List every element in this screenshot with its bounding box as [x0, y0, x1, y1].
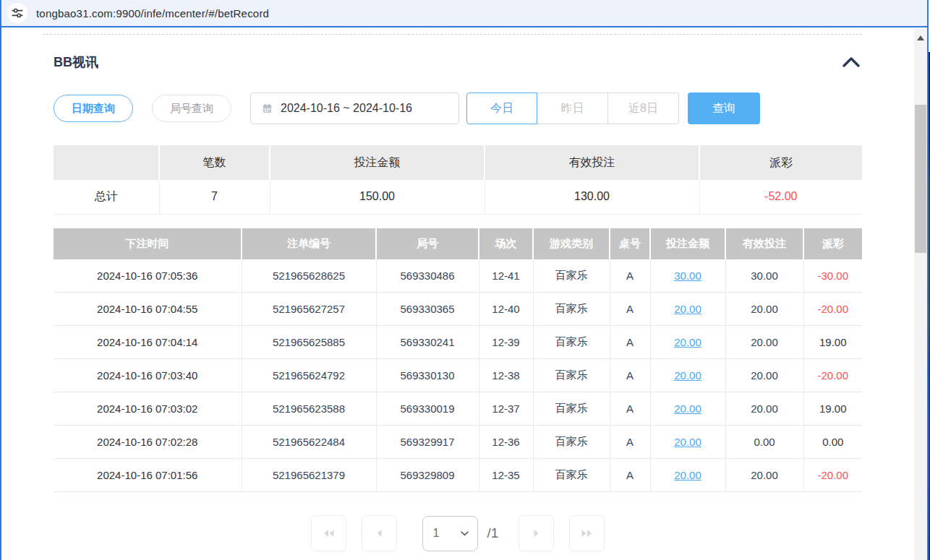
next-page-button[interactable] [519, 515, 554, 551]
cell-valid-bet: 0.00 [725, 426, 803, 459]
records-table: 下注时间 注单编号 局号 场次 游戏类别 桌号 投注金额 有效投注 派彩 202… [54, 228, 862, 493]
cell-payout: 19.00 [803, 392, 862, 426]
cell-bet-time: 2024-10-16 07:03:02 [54, 392, 242, 426]
pagination: 1 /1 [54, 515, 862, 551]
cell-table-no: A [610, 359, 650, 392]
last-page-button[interactable] [569, 515, 605, 551]
first-page-button[interactable] [311, 515, 346, 551]
cell-bet-time: 2024-10-16 07:01:56 [54, 459, 242, 492]
summary-total-label: 总计 [54, 180, 159, 214]
cell-round-no: 569329917 [376, 426, 479, 459]
summary-header-payout: 派彩 [699, 145, 862, 180]
page-title: BB视讯 [54, 53, 98, 71]
chevron-up-icon [842, 56, 861, 68]
cell-table-no: A [610, 392, 650, 426]
cell-valid-bet: 30.00 [725, 259, 803, 293]
summary-count-value: 7 [159, 180, 270, 214]
header-bet-time: 下注时间 [54, 228, 242, 259]
cell-payout: -20.00 [803, 293, 862, 326]
cell-game-type: 百家乐 [533, 426, 610, 459]
search-button[interactable]: 查询 [688, 92, 760, 124]
summary-header-count: 笔数 [159, 145, 270, 180]
cell-session: 12-36 [479, 426, 533, 459]
bet-amount-link[interactable]: 20.00 [674, 303, 701, 315]
dashed-divider [43, 34, 862, 35]
page-select[interactable]: 1 [422, 516, 478, 551]
tune-icon [11, 7, 24, 20]
cell-game-type: 百家乐 [533, 259, 610, 293]
header-valid-bet: 有效投注 [725, 228, 803, 259]
quick-range-yesterday[interactable]: 昨日 [537, 92, 608, 124]
quick-range-group: 今日 昨日 近8日 [466, 92, 679, 124]
collapse-button[interactable] [840, 55, 862, 69]
cell-session: 12-37 [479, 392, 533, 426]
cell-game-type: 百家乐 [533, 326, 610, 359]
header-session: 场次 [479, 228, 533, 259]
cell-bet-no: 521965622484 [242, 426, 376, 459]
cell-session: 12-35 [479, 459, 533, 492]
browser-address-bar[interactable]: tongbao31.com:9900/infe/mcenter/#/betRec… [1, 0, 927, 27]
cell-game-type: 百家乐 [533, 293, 610, 326]
date-range-input[interactable]: 2024-10-16 ~ 2024-10-16 [250, 92, 459, 124]
quick-range-today[interactable]: 今日 [466, 92, 537, 124]
page: tongbao31.com:9900/infe/mcenter/#/betRec… [0, 0, 930, 560]
bet-record-panel: BB视讯 日期查询 局号查询 2024-10-16 ~ 20 [1, 29, 914, 560]
cell-bet-no: 521965623588 [242, 392, 376, 426]
bet-amount-link[interactable]: 20.00 [674, 402, 701, 415]
summary-header-bet-amount: 投注金额 [270, 145, 485, 180]
cell-round-no: 569329809 [376, 459, 479, 492]
records-header-row: 下注时间 注单编号 局号 场次 游戏类别 桌号 投注金额 有效投注 派彩 [54, 228, 862, 259]
cell-session: 12-38 [479, 359, 533, 392]
scrollbar-up-arrow-icon[interactable] [917, 35, 924, 40]
cell-session: 12-41 [479, 259, 533, 293]
cell-bet-no: 521965621379 [242, 459, 376, 492]
bet-amount-link[interactable]: 30.00 [674, 270, 701, 282]
bet-amount-link[interactable]: 20.00 [674, 336, 701, 348]
header-bet-amount: 投注金额 [650, 228, 725, 259]
cell-table-no: A [610, 326, 650, 359]
cell-payout: -20.00 [803, 359, 862, 392]
cell-payout: 19.00 [803, 326, 862, 359]
summary-payout-value: -52.00 [699, 180, 862, 214]
filter-bar: 日期查询 局号查询 2024-10-16 ~ 2024-10-16 今日 昨日 … [54, 92, 914, 124]
cell-valid-bet: 20.00 [725, 326, 803, 359]
cell-bet-time: 2024-10-16 07:05:36 [54, 259, 242, 293]
cell-bet-time: 2024-10-16 07:04:14 [54, 326, 242, 359]
quick-range-last8days[interactable]: 近8日 [608, 92, 679, 124]
scrollbar[interactable] [914, 29, 927, 560]
cell-bet-no: 521965628625 [242, 259, 376, 293]
page-select-value: 1 [433, 527, 440, 540]
header-round-no: 局号 [376, 228, 479, 259]
calendar-icon [261, 103, 273, 115]
prev-page-button[interactable] [362, 515, 397, 551]
cell-bet-time: 2024-10-16 07:03:40 [54, 359, 242, 392]
bet-amount-link[interactable]: 20.00 [674, 469, 701, 481]
cell-round-no: 569330241 [376, 326, 479, 359]
last-page-icon [581, 528, 593, 538]
scrollbar-thumb[interactable] [915, 105, 926, 253]
summary-total-row: 总计 7 150.00 130.00 -52.00 [54, 180, 862, 214]
cell-payout: -30.00 [803, 259, 862, 293]
cell-bet-no: 521965624792 [242, 359, 376, 392]
next-page-icon [533, 528, 540, 538]
cell-round-no: 569330130 [376, 359, 479, 392]
cell-valid-bet: 20.00 [725, 293, 803, 326]
cell-valid-bet: 20.00 [725, 459, 803, 492]
url-text[interactable]: tongbao31.com:9900/infe/mcenter/#/betRec… [36, 7, 269, 20]
cell-session: 12-40 [479, 293, 533, 326]
cell-game-type: 百家乐 [533, 359, 610, 392]
cell-table-no: A [610, 426, 650, 459]
bet-amount-link[interactable]: 20.00 [674, 436, 701, 448]
tab-round-query[interactable]: 局号查询 [152, 95, 231, 122]
cell-game-type: 百家乐 [533, 392, 610, 426]
prev-page-icon [375, 528, 383, 538]
table-row: 2024-10-16 07:02:28 521965622484 5693299… [54, 426, 862, 459]
site-settings-button[interactable] [7, 3, 27, 23]
cell-bet-no: 521965625885 [242, 326, 376, 359]
tab-date-query[interactable]: 日期查询 [54, 95, 133, 122]
cell-valid-bet: 20.00 [725, 392, 803, 426]
table-row: 2024-10-16 07:03:02 521965623588 5693300… [54, 392, 862, 426]
table-row: 2024-10-16 07:05:36 521965628625 5693304… [54, 259, 862, 293]
bet-amount-link[interactable]: 20.00 [674, 369, 701, 382]
cell-bet-time: 2024-10-16 07:02:28 [54, 426, 242, 459]
